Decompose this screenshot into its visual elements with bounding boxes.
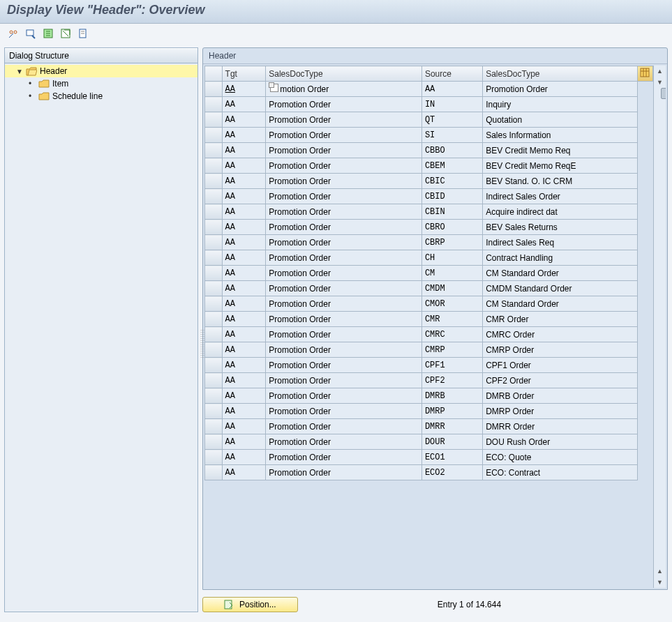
cell-source[interactable]: AA <box>421 82 482 97</box>
cell-source[interactable]: CPF1 <box>421 358 482 373</box>
col-source[interactable]: Source <box>421 66 482 82</box>
cell-salesdoctype-tgt[interactable]: Promotion Order <box>266 174 422 189</box>
cell-salesdoctype-src[interactable]: Indirect Sales Req <box>483 235 637 250</box>
cell-tgt[interactable]: AA <box>222 342 266 358</box>
cell-source[interactable]: CMOR <box>421 296 482 312</box>
cell-salesdoctype-src[interactable]: CMDM Standard Order <box>483 281 637 296</box>
row-selector[interactable] <box>205 235 223 250</box>
cell-salesdoctype-tgt[interactable]: Promotion Order <box>266 97 422 112</box>
cell-salesdoctype-tgt[interactable]: Promotion Order <box>266 220 422 235</box>
row-selector[interactable] <box>205 143 223 158</box>
cell-salesdoctype-src[interactable]: CPF1 Order <box>483 358 637 373</box>
cell-salesdoctype-src[interactable]: Contract Handling <box>483 250 637 266</box>
cell-source[interactable]: CM <box>421 266 482 281</box>
cell-tgt[interactable]: AA <box>222 189 266 204</box>
cell-source[interactable]: ECO1 <box>421 450 482 465</box>
row-selector[interactable] <box>205 266 223 281</box>
row-selector[interactable] <box>205 450 223 465</box>
tree-item-header[interactable]: ▼Header <box>5 65 197 77</box>
cell-salesdoctype-tgt[interactable]: Promotion Order <box>266 342 422 358</box>
cell-salesdoctype-tgt[interactable]: Promotion Order <box>266 143 422 158</box>
toggle-display-change-icon[interactable] <box>6 26 21 40</box>
cell-salesdoctype-tgt[interactable]: Promotion Order <box>266 204 422 220</box>
scroll-down-icon[interactable]: ▼ <box>654 77 666 88</box>
cell-salesdoctype-src[interactable]: Acquire indirect dat <box>483 204 637 220</box>
cell-salesdoctype-tgt[interactable]: Promotion Order <box>266 419 422 434</box>
cell-salesdoctype-src[interactable]: Quotation <box>483 112 637 128</box>
cell-salesdoctype-tgt[interactable]: Promotion Order <box>266 250 422 266</box>
position-button[interactable]: Position... <box>202 597 298 612</box>
row-selector[interactable] <box>205 220 223 235</box>
cell-source[interactable]: ECO2 <box>421 465 482 480</box>
cell-salesdoctype-tgt[interactable]: Promotion Order <box>266 434 422 450</box>
cell-salesdoctype-src[interactable]: DMRR Order <box>483 419 637 434</box>
row-selector[interactable] <box>205 358 223 373</box>
cell-salesdoctype-tgt[interactable]: Promotion Order <box>266 189 422 204</box>
cell-tgt[interactable]: AA <box>222 220 266 235</box>
cell-salesdoctype-tgt[interactable]: Promotion Order <box>266 128 422 143</box>
cell-source[interactable]: CBIC <box>421 174 482 189</box>
cell-source[interactable]: CBRO <box>421 220 482 235</box>
cell-tgt[interactable]: AA <box>222 450 266 465</box>
scroll-up2-icon[interactable]: ▲ <box>654 566 666 577</box>
row-selector[interactable] <box>205 434 223 450</box>
export-icon[interactable] <box>75 26 91 40</box>
cell-salesdoctype-src[interactable]: CPF2 Order <box>483 373 637 388</box>
cell-tgt[interactable]: AA <box>222 112 266 128</box>
cell-source[interactable]: CMR <box>421 312 482 327</box>
cell-tgt[interactable]: AA <box>222 174 266 189</box>
cell-salesdoctype-src[interactable]: CM Standard Order <box>483 296 637 312</box>
cell-salesdoctype-tgt[interactable]: Promotion Order <box>266 404 422 419</box>
cell-salesdoctype-src[interactable]: Indirect Sales Order <box>483 189 637 204</box>
cell-tgt[interactable]: AA <box>222 327 266 342</box>
row-selector[interactable] <box>205 174 223 189</box>
cell-salesdoctype-tgt[interactable]: Promotion Order <box>266 281 422 296</box>
cell-tgt[interactable]: AA <box>222 434 266 450</box>
cell-salesdoctype-src[interactable]: BEV Stand. O. IC CRM <box>483 174 637 189</box>
cell-salesdoctype-tgt[interactable]: motion Order <box>266 82 422 97</box>
cell-salesdoctype-src[interactable]: BEV Sales Returns <box>483 220 637 235</box>
row-selector[interactable] <box>205 388 223 404</box>
cell-salesdoctype-src[interactable]: CMRP Order <box>483 342 637 358</box>
cell-tgt[interactable]: AA <box>222 358 266 373</box>
cell-salesdoctype-tgt[interactable]: Promotion Order <box>266 327 422 342</box>
row-selector[interactable] <box>205 281 223 296</box>
row-selector[interactable] <box>205 312 223 327</box>
deselect-all-icon[interactable] <box>58 26 73 40</box>
row-selector[interactable] <box>205 112 223 128</box>
cell-salesdoctype-src[interactable]: Sales Information <box>483 128 637 143</box>
cell-tgt[interactable]: AA <box>222 266 266 281</box>
row-selector[interactable] <box>205 342 223 358</box>
cell-source[interactable]: CPF2 <box>421 373 482 388</box>
cell-tgt[interactable]: AA <box>222 419 266 434</box>
cell-source[interactable]: DMRP <box>421 404 482 419</box>
row-selector-header[interactable] <box>205 66 223 82</box>
cell-salesdoctype-src[interactable]: Promotion Order <box>483 82 637 97</box>
cell-salesdoctype-src[interactable]: CM Standard Order <box>483 266 637 281</box>
cell-salesdoctype-tgt[interactable]: Promotion Order <box>266 112 422 128</box>
cell-tgt[interactable]: AA <box>222 312 266 327</box>
cell-tgt[interactable]: AA <box>222 204 266 220</box>
cell-source[interactable]: CBBO <box>421 143 482 158</box>
cell-source[interactable]: IN <box>421 97 482 112</box>
row-selector[interactable] <box>205 189 223 204</box>
cell-source[interactable]: QT <box>421 112 482 128</box>
cell-source[interactable]: CBRP <box>421 235 482 250</box>
cell-salesdoctype-src[interactable]: ECO: Contract <box>483 465 637 480</box>
cell-salesdoctype-tgt[interactable]: Promotion Order <box>266 312 422 327</box>
cell-source[interactable]: CH <box>421 250 482 266</box>
row-selector[interactable] <box>205 296 223 312</box>
cell-tgt[interactable]: AA <box>222 281 266 296</box>
cell-salesdoctype-tgt[interactable]: Promotion Order <box>266 158 422 174</box>
cell-salesdoctype-src[interactable]: DOU Rush Order <box>483 434 637 450</box>
cell-salesdoctype-src[interactable]: DMRP Order <box>483 404 637 419</box>
cell-salesdoctype-tgt[interactable]: Promotion Order <box>266 465 422 480</box>
tree-item-item[interactable]: •Item <box>5 77 197 90</box>
row-selector[interactable] <box>205 373 223 388</box>
cell-salesdoctype-src[interactable]: CMR Order <box>483 312 637 327</box>
scroll-up-icon[interactable]: ▲ <box>654 66 666 77</box>
cell-source[interactable]: CMRP <box>421 342 482 358</box>
row-selector[interactable] <box>205 419 223 434</box>
row-selector[interactable] <box>205 250 223 266</box>
cell-source[interactable]: CBID <box>421 189 482 204</box>
